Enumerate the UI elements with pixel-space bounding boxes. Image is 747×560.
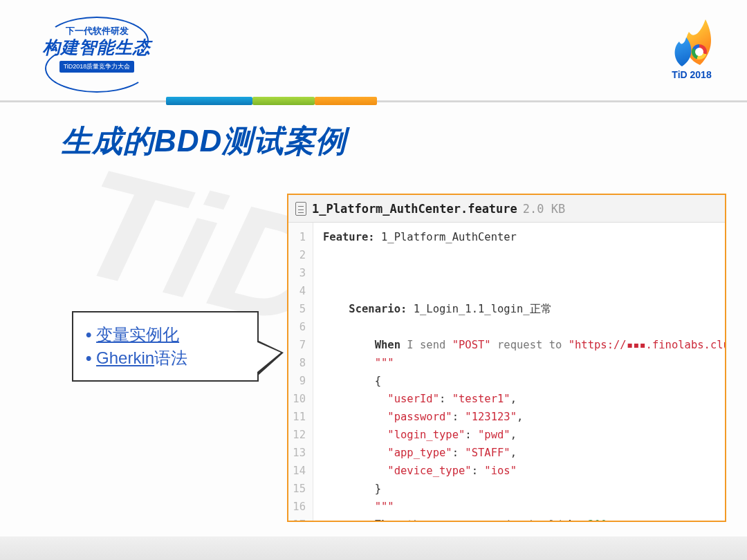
code-panel: 1_Platform_AuthCenter.feature 2.0 KB 1 2… <box>287 194 726 522</box>
callout-item: Gherkin语法 <box>86 347 245 369</box>
event-logo-right: TiD 2018 <box>671 19 712 80</box>
document-icon <box>295 202 306 216</box>
code-header: 1_Platform_AuthCenter.feature 2.0 KB <box>288 195 725 223</box>
event-logo-left: 下一代软件研发 构建智能生态 TiD2018质量竞争力大会 <box>42 24 152 73</box>
footer-band <box>0 536 747 560</box>
file-size: 2.0 KB <box>523 202 565 216</box>
page-title: 生成的BDD测试案例 <box>61 121 347 162</box>
line-gutter: 1 2 3 4 5 6 7 8 9 10 11 12 13 14 15 16 1… <box>288 223 313 521</box>
code-body: 1 2 3 4 5 6 7 8 9 10 11 12 13 14 15 16 1… <box>288 223 725 521</box>
logo-title: 构建智能生态 <box>42 36 152 59</box>
callout-item: 变量实例化 <box>86 324 245 346</box>
code-content: Feature: 1_Platform_AuthCenter Scenario:… <box>313 223 725 521</box>
flame-icon <box>671 19 712 68</box>
logo-badge: TiD2018质量竞争力大会 <box>59 61 135 73</box>
logo-right-caption: TiD 2018 <box>671 69 712 80</box>
callout-box: 变量实例化 Gherkin语法 <box>72 311 259 382</box>
header-band: 下一代软件研发 构建智能生态 TiD2018质量竞争力大会 TiD 2018 <box>0 0 747 104</box>
file-name: 1_Platform_AuthCenter.feature <box>312 202 517 216</box>
